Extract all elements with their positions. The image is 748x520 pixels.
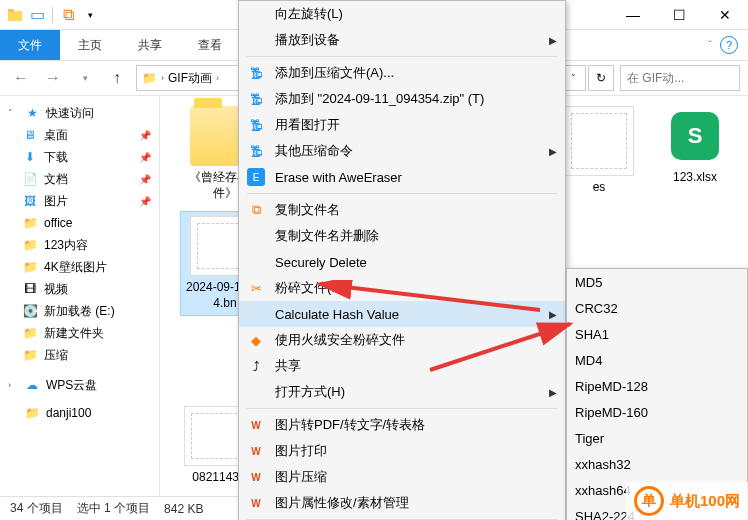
ctx-hash-md5[interactable]: MD5 <box>567 269 747 295</box>
ctx-copy-filename[interactable]: ⧉复制文件名 <box>239 197 565 223</box>
ctx-pic-to-pdf[interactable]: W图片转PDF/转文字/转表格 <box>239 412 565 438</box>
ctx-shred-file[interactable]: ✂粉碎文件(S) <box>239 275 565 301</box>
huorong-icon: ◆ <box>247 331 265 349</box>
sidebar-item-newfolder[interactable]: 📁新建文件夹 <box>0 322 159 344</box>
refresh-button[interactable]: ↻ <box>588 65 614 91</box>
wps-icon: W <box>247 442 265 460</box>
ctx-hash-xxhash32[interactable]: xxhash32 <box>567 451 747 477</box>
folder-icon: 📁 <box>22 259 38 275</box>
share-icon: ⤴ <box>247 357 265 375</box>
sidebar-item-pictures[interactable]: 🖼图片📌 <box>0 190 159 212</box>
nav-back-button[interactable]: ← <box>8 65 34 91</box>
ctx-hash-ripemd128[interactable]: RipeMD-128 <box>567 373 747 399</box>
svg-rect-1 <box>8 9 14 12</box>
status-item-count: 34 个项目 <box>10 500 63 517</box>
ribbon-expand-icon[interactable]: ˇ <box>708 39 712 51</box>
help-icon[interactable]: ? <box>720 36 738 54</box>
nav-forward-button: → <box>40 65 66 91</box>
archive-icon: 🗜 <box>247 142 265 160</box>
file-item-xlsx[interactable]: S 123.xlsx <box>650 106 740 186</box>
ctx-rotate-left[interactable]: 向左旋转(L) <box>239 1 565 27</box>
pin-icon: 📌 <box>139 174 151 185</box>
pin-icon: 📌 <box>139 196 151 207</box>
watermark-badge-icon: 单 <box>634 486 664 516</box>
chevron-right-icon: ▶ <box>549 309 557 320</box>
sidebar-item-123[interactable]: 📁123内容 <box>0 234 159 256</box>
context-menu-main: 向左旋转(L) 播放到设备▶ 🗜添加到压缩文件(A)... 🗜添加到 "2024… <box>238 0 566 520</box>
download-icon: ⬇ <box>22 149 38 165</box>
file-item[interactable]: es <box>554 106 644 196</box>
pin-icon: 📌 <box>139 130 151 141</box>
folder-app-icon <box>6 6 24 24</box>
sidebar-item-office[interactable]: 📁office <box>0 212 159 234</box>
sidebar-item-documents[interactable]: 📄文档📌 <box>0 168 159 190</box>
search-input[interactable]: 在 GIF动... <box>620 65 740 91</box>
xlsx-thumb-icon: S <box>665 106 725 166</box>
folder-icon: 📁 <box>22 347 38 363</box>
tab-file[interactable]: 文件 <box>0 30 60 60</box>
sidebar-danji100[interactable]: 📁danji100 <box>0 402 159 424</box>
watermark-text: 单机100网 <box>670 492 740 511</box>
file-label: es <box>593 180 606 196</box>
ctx-open-with-viewer[interactable]: 🗜用看图打开 <box>239 112 565 138</box>
doc-thumb-icon <box>564 106 634 176</box>
shred-icon: ✂ <box>247 279 265 297</box>
folder-icon: 📁 <box>22 215 38 231</box>
status-selected: 选中 1 个项目 <box>77 500 150 517</box>
wps-icon: W <box>247 494 265 512</box>
ctx-add-to-zip[interactable]: 🗜添加到 "2024-09-11_094354.zip" (T) <box>239 86 565 112</box>
picture-icon: 🖼 <box>22 193 38 209</box>
ctx-pic-compress[interactable]: W图片压缩 <box>239 464 565 490</box>
ctx-other-archive[interactable]: 🗜其他压缩命令▶ <box>239 138 565 164</box>
file-label: 123.xlsx <box>673 170 717 186</box>
svg-rect-0 <box>8 11 22 21</box>
ctx-share[interactable]: ⤴共享 <box>239 353 565 379</box>
nav-recent-dropdown[interactable]: ▾ <box>72 65 98 91</box>
qat-properties-icon[interactable]: ▭ <box>28 6 46 24</box>
ctx-hash-tiger[interactable]: Tiger <box>567 425 747 451</box>
desktop-icon: 🖥 <box>22 127 38 143</box>
folder-icon: 📁 <box>22 237 38 253</box>
tab-share[interactable]: 共享 <box>120 30 180 60</box>
archive-icon: 🗜 <box>247 64 265 82</box>
nav-up-button[interactable]: ↑ <box>104 65 130 91</box>
address-segment[interactable]: GIF动画 <box>168 70 212 87</box>
star-icon: ★ <box>24 105 40 121</box>
sidebar-item-4k[interactable]: 📁4K壁纸图片 <box>0 256 159 278</box>
wps-icon: W <box>247 468 265 486</box>
wps-icon: W <box>247 416 265 434</box>
sidebar-item-compress[interactable]: 📁压缩 <box>0 344 159 366</box>
sidebar-item-desktop[interactable]: 🖥桌面📌 <box>0 124 159 146</box>
ctx-hash-crc32[interactable]: CRC32 <box>567 295 747 321</box>
ctx-open-with[interactable]: 打开方式(H)▶ <box>239 379 565 405</box>
ctx-erase-aweeraser[interactable]: EErase with AweEraser <box>239 164 565 190</box>
archive-icon: 🗜 <box>247 116 265 134</box>
ctx-pic-print[interactable]: W图片打印 <box>239 438 565 464</box>
qat-dropdown-icon[interactable]: ▾ <box>81 6 99 24</box>
drive-icon: 💽 <box>22 303 38 319</box>
ctx-hash-md4[interactable]: MD4 <box>567 347 747 373</box>
ctx-cast-to-device[interactable]: 播放到设备▶ <box>239 27 565 53</box>
ctx-copy-delete[interactable]: 复制文件名并删除 <box>239 223 565 249</box>
ctx-securely-delete[interactable]: Securely Delete <box>239 249 565 275</box>
sidebar-wps-cloud[interactable]: ›☁WPS云盘 <box>0 374 159 396</box>
sidebar-item-volume-e[interactable]: 💽新加载卷 (E:) <box>0 300 159 322</box>
sidebar-item-videos[interactable]: 🎞视频 <box>0 278 159 300</box>
sidebar-item-downloads[interactable]: ⬇下载📌 <box>0 146 159 168</box>
ctx-calculate-hash[interactable]: Calculate Hash Value▶ <box>239 301 565 327</box>
tab-view[interactable]: 查看 <box>180 30 240 60</box>
ctx-pic-attributes[interactable]: W图片属性修改/素材管理 <box>239 490 565 516</box>
close-button[interactable]: ✕ <box>702 0 748 30</box>
ctx-hash-ripemd160[interactable]: RipeMD-160 <box>567 399 747 425</box>
ctx-huorong-shred[interactable]: ◆使用火绒安全粉碎文件 <box>239 327 565 353</box>
tab-home[interactable]: 主页 <box>60 30 120 60</box>
chevron-right-icon: ▶ <box>549 146 557 157</box>
maximize-button[interactable]: ☐ <box>656 0 702 30</box>
qat-copy-icon[interactable]: ⧉ <box>59 6 77 24</box>
folder-icon: 📁 <box>141 70 157 86</box>
ctx-hash-sha1[interactable]: SHA1 <box>567 321 747 347</box>
sidebar-quick-access[interactable]: ˅★快速访问 <box>0 102 159 124</box>
video-icon: 🎞 <box>22 281 38 297</box>
ctx-add-to-archive[interactable]: 🗜添加到压缩文件(A)... <box>239 60 565 86</box>
minimize-button[interactable]: — <box>610 0 656 30</box>
